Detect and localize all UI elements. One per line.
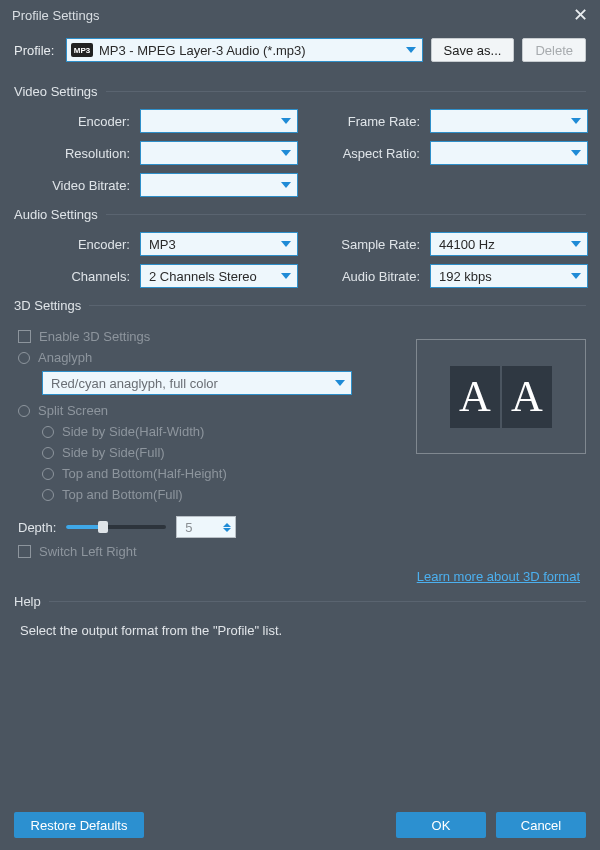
split-screen-row: Split Screen xyxy=(18,403,406,418)
frame-rate-label: Frame Rate: xyxy=(310,114,420,129)
switch-lr-checkbox[interactable] xyxy=(18,545,31,558)
chevron-down-icon xyxy=(571,273,581,279)
save-as-button[interactable]: Save as... xyxy=(431,38,515,62)
frame-rate-dropdown[interactable] xyxy=(430,109,588,133)
audio-encoder-dropdown[interactable]: MP3 xyxy=(140,232,298,256)
cancel-button[interactable]: Cancel xyxy=(496,812,586,838)
help-text: Select the output format from the "Profi… xyxy=(20,623,586,638)
restore-defaults-button[interactable]: Restore Defaults xyxy=(14,812,144,838)
audio-settings-title: Audio Settings xyxy=(14,207,98,222)
aspect-ratio-label: Aspect Ratio: xyxy=(310,146,420,161)
switch-lr-row: Switch Left Right xyxy=(18,544,586,559)
tab-half-label: Top and Bottom(Half-Height) xyxy=(62,466,227,481)
chevron-down-icon xyxy=(571,118,581,124)
mp3-icon: MP3 xyxy=(71,43,93,57)
resolution-dropdown[interactable] xyxy=(140,141,298,165)
spinner-arrows-icon[interactable] xyxy=(223,523,231,532)
chevron-down-icon xyxy=(281,150,291,156)
depth-value: 5 xyxy=(185,520,192,535)
divider xyxy=(49,601,586,602)
window-title: Profile Settings xyxy=(12,8,99,23)
audio-grid: Encoder: MP3 Sample Rate: 44100 Hz Chann… xyxy=(20,232,586,288)
sample-rate-label: Sample Rate: xyxy=(310,237,420,252)
enable-3d-checkbox[interactable] xyxy=(18,330,31,343)
three-d-settings-header: 3D Settings xyxy=(14,298,586,313)
tab-full-radio[interactable] xyxy=(42,489,54,501)
anaglyph-row: Anaglyph xyxy=(18,350,406,365)
chevron-down-icon xyxy=(335,380,345,386)
help-title: Help xyxy=(14,594,41,609)
close-icon[interactable]: ✕ xyxy=(573,6,588,24)
depth-label: Depth: xyxy=(18,520,56,535)
profile-dropdown[interactable]: MP3 MP3 - MPEG Layer-3 Audio (*.mp3) xyxy=(66,38,423,62)
enable-3d-row: Enable 3D Settings xyxy=(18,329,406,344)
audio-settings-header: Audio Settings xyxy=(14,207,586,222)
divider xyxy=(89,305,586,306)
sample-rate-dropdown[interactable]: 44100 Hz xyxy=(430,232,588,256)
video-settings-section: Video Settings Encoder: Frame Rate: Reso… xyxy=(14,84,586,197)
chevron-down-icon xyxy=(281,241,291,247)
chevron-down-icon xyxy=(281,118,291,124)
depth-row: Depth: 5 xyxy=(18,516,586,538)
video-bitrate-label: Video Bitrate: xyxy=(20,178,130,193)
switch-lr-label: Switch Left Right xyxy=(39,544,137,559)
audio-bitrate-dropdown[interactable]: 192 kbps xyxy=(430,264,588,288)
anaglyph-radio[interactable] xyxy=(18,352,30,364)
tab-half-radio[interactable] xyxy=(42,468,54,480)
enable-3d-label: Enable 3D Settings xyxy=(39,329,150,344)
sbs-full-label: Side by Side(Full) xyxy=(62,445,165,460)
tab-full-row: Top and Bottom(Full) xyxy=(42,487,406,502)
sbs-half-radio[interactable] xyxy=(42,426,54,438)
profile-value: MP3 - MPEG Layer-3 Audio (*.mp3) xyxy=(99,43,394,58)
audio-encoder-label: Encoder: xyxy=(20,237,130,252)
three-d-preview: A A xyxy=(416,339,586,454)
slider-thumb[interactable] xyxy=(98,521,108,533)
depth-spinner[interactable]: 5 xyxy=(176,516,236,538)
tab-full-label: Top and Bottom(Full) xyxy=(62,487,183,502)
depth-slider[interactable] xyxy=(66,525,166,529)
audio-bitrate-label: Audio Bitrate: xyxy=(310,269,420,284)
aspect-ratio-dropdown[interactable] xyxy=(430,141,588,165)
video-settings-title: Video Settings xyxy=(14,84,98,99)
learn-more-link[interactable]: Learn more about 3D format xyxy=(417,569,580,584)
split-screen-label: Split Screen xyxy=(38,403,108,418)
three-d-settings-title: 3D Settings xyxy=(14,298,81,313)
profile-row: Profile: MP3 MP3 - MPEG Layer-3 Audio (*… xyxy=(0,30,600,74)
help-section: Help Select the output format from the "… xyxy=(14,594,586,638)
delete-button: Delete xyxy=(522,38,586,62)
chevron-down-icon xyxy=(281,182,291,188)
chevron-down-icon xyxy=(571,150,581,156)
video-encoder-dropdown[interactable] xyxy=(140,109,298,133)
preview-left: A xyxy=(450,366,500,428)
tab-half-row: Top and Bottom(Half-Height) xyxy=(42,466,406,481)
anaglyph-dropdown[interactable]: Red/cyan anaglyph, full color xyxy=(42,371,352,395)
preview-right: A xyxy=(502,366,552,428)
three-d-settings-section: 3D Settings Enable 3D Settings Anaglyph … xyxy=(14,298,586,584)
title-bar: Profile Settings ✕ xyxy=(0,0,600,30)
footer-bar: Restore Defaults OK Cancel xyxy=(14,812,586,838)
video-grid: Encoder: Frame Rate: Resolution: Aspect … xyxy=(20,109,586,197)
video-bitrate-dropdown[interactable] xyxy=(140,173,298,197)
resolution-label: Resolution: xyxy=(20,146,130,161)
sbs-full-radio[interactable] xyxy=(42,447,54,459)
profile-label: Profile: xyxy=(14,43,58,58)
split-screen-radio[interactable] xyxy=(18,405,30,417)
sbs-full-row: Side by Side(Full) xyxy=(42,445,406,460)
channels-label: Channels: xyxy=(20,269,130,284)
help-header: Help xyxy=(14,594,586,609)
divider xyxy=(106,214,586,215)
video-settings-header: Video Settings xyxy=(14,84,586,99)
video-encoder-label: Encoder: xyxy=(20,114,130,129)
sbs-half-label: Side by Side(Half-Width) xyxy=(62,424,204,439)
channels-dropdown[interactable]: 2 Channels Stereo xyxy=(140,264,298,288)
audio-settings-section: Audio Settings Encoder: MP3 Sample Rate:… xyxy=(14,207,586,288)
anaglyph-label: Anaglyph xyxy=(38,350,92,365)
chevron-down-icon xyxy=(571,241,581,247)
ok-button[interactable]: OK xyxy=(396,812,486,838)
chevron-down-icon xyxy=(281,273,291,279)
chevron-down-icon xyxy=(406,47,416,53)
divider xyxy=(106,91,586,92)
sbs-half-row: Side by Side(Half-Width) xyxy=(42,424,406,439)
